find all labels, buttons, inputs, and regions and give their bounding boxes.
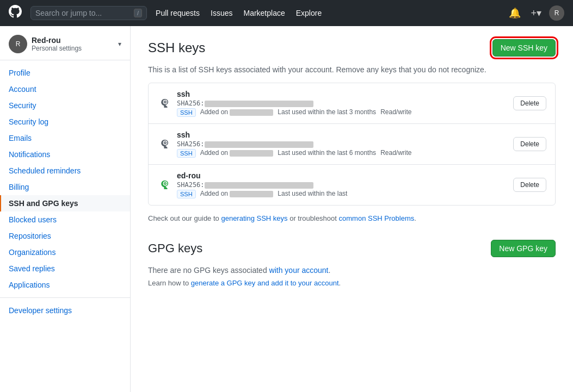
ssh-footer-text: Check out our guide to generating SSH ke… [148,214,556,222]
common-ssh-problems-link[interactable]: common SSH Problems [339,214,415,222]
ssh-key-meta-1: SSH Added on Last used within the last 3… [177,108,507,117]
github-logo[interactable] [9,5,22,21]
ssh-key-added-1: Added on [200,108,274,117]
sidebar-item-organizations[interactable]: Organizations [0,244,130,260]
gpg-learn-suffix: . [339,279,341,287]
ssh-key-meta-3: SSH Added on Last used within the last [177,190,507,198]
ssh-key-icon-1 [157,97,170,110]
sidebar-item-notifications[interactable]: Notifications [0,146,130,163]
sidebar-personal-settings-label: Personal settings [32,45,114,52]
ssh-info-text: This is a list of SSH keys associated wi… [148,65,556,74]
topnav-links: Pull requests Issues Marketplace Explore [156,9,498,17]
sidebar-item-account[interactable]: Account [0,81,130,97]
kbd-shortcut: / [134,9,142,17]
new-gpg-key-button[interactable]: New GPG key [491,240,556,257]
avatar[interactable]: R [549,5,564,21]
sidebar-user: R Red-rou Personal settings ▾ [0,30,130,60]
layout: R Red-rou Personal settings ▾ Profile Ac… [0,26,573,392]
gpg-learn-prefix: Learn how to [148,279,189,287]
ssh-key-fingerprint-3: SHA256: [177,181,507,189]
search-input[interactable] [35,9,131,17]
sidebar-username: Red-rou [32,36,114,45]
topnav-right: 🔔 +▾ R [507,5,564,21]
ssh-key-fingerprint-2: SHA256: [177,140,507,148]
search-box[interactable]: / [30,6,147,20]
ssh-key-added-2: Added on [200,149,274,158]
sidebar-item-profile[interactable]: Profile [0,65,130,81]
footer-text-prefix: Check out our guide to [148,214,219,222]
ssh-key-badge-3: SSH [177,190,196,198]
gpg-generate-link[interactable]: generate a GPG key and add it to your ac… [191,279,339,287]
ssh-keys-header: SSH keys New SSH key [148,39,556,57]
sidebar-item-scheduled-reminders[interactable]: Scheduled reminders [0,163,130,179]
ssh-key-access-2: Read/write [380,149,411,158]
ssh-key-badge-2: SSH [177,149,196,158]
ssh-key-name-3: ed-rou [177,171,507,180]
sidebar-item-blocked-users[interactable]: Blocked users [0,211,130,228]
sidebar-user-info: Red-rou Personal settings [32,36,114,52]
main-content: SSH keys New SSH key This is a list of S… [131,26,573,392]
ssh-key-info-1: ssh SHA256: SSH Added on Last used withi… [177,90,507,117]
sidebar-nav: Profile Account Security Security log Em… [0,65,130,319]
marketplace-link[interactable]: Marketplace [243,9,285,17]
ssh-key-access-1: Read/write [380,108,411,117]
ssh-key-info-3: ed-rou SHA256: SSH Added on Last used wi… [177,171,507,198]
ssh-key-item-2: ssh SHA256: SSH Added on Last used withi… [149,124,555,165]
ssh-key-lastused-3: Last used within the last [278,190,347,198]
issues-link[interactable]: Issues [211,9,232,17]
ssh-key-name-1: ssh [177,90,507,98]
sidebar-item-billing[interactable]: Billing [0,179,130,195]
ssh-key-lastused-2: Last used within the last 6 months [278,149,376,158]
sidebar-caret-icon: ▾ [118,40,121,48]
sidebar-item-security[interactable]: Security [0,97,130,114]
explore-link[interactable]: Explore [296,9,322,17]
ssh-key-name-2: ssh [177,130,507,139]
gpg-section-title: GPG keys [148,241,202,256]
sidebar-item-saved-replies[interactable]: Saved replies [0,260,130,277]
gpg-learn-text: Learn how to generate a GPG key and add … [148,279,556,287]
gpg-account-link[interactable]: with your account [269,266,329,275]
ssh-key-badge-1: SSH [177,108,196,117]
top-navigation: / Pull requests Issues Marketplace Explo… [0,0,573,26]
sidebar-item-applications[interactable]: Applications [0,277,130,293]
ssh-key-icon-2 [157,138,170,151]
generating-ssh-keys-link[interactable]: generating SSH keys [221,214,287,222]
ssh-key-meta-2: SSH Added on Last used within the last 6… [177,149,507,158]
sidebar-avatar: R [9,35,27,53]
page-title: SSH keys [148,40,205,55]
sidebar-item-emails[interactable]: Emails [0,130,130,146]
ssh-key-item-3: ed-rou SHA256: SSH Added on Last used wi… [149,165,555,205]
ssh-key-lastused-1: Last used within the last 3 months [278,108,376,117]
ssh-key-info-2: ssh SHA256: SSH Added on Last used withi… [177,130,507,158]
plus-icon[interactable]: +▾ [528,5,544,21]
gpg-keys-header: GPG keys New GPG key [148,240,556,257]
sidebar-divider [0,297,130,298]
sidebar-item-developer-settings[interactable]: Developer settings [0,302,130,319]
new-ssh-key-button[interactable]: New SSH key [492,39,556,57]
ssh-key-fingerprint-1: SHA256: [177,99,507,107]
sidebar: R Red-rou Personal settings ▾ Profile Ac… [0,26,131,392]
delete-ssh-key-2-button[interactable]: Delete [513,137,546,151]
ssh-key-icon-3 [157,178,170,191]
ssh-key-added-3: Added on [200,190,274,198]
ssh-keys-list: ssh SHA256: SSH Added on Last used withi… [148,83,556,206]
sidebar-item-ssh-gpg-keys[interactable]: SSH and GPG keys [0,195,130,211]
sidebar-item-security-log[interactable]: Security log [0,114,130,130]
gpg-empty-text: There are no GPG keys associated with yo… [148,266,556,275]
sidebar-item-repositories[interactable]: Repositories [0,228,130,244]
ssh-key-item-1: ssh SHA256: SSH Added on Last used withi… [149,83,555,124]
notification-icon[interactable]: 🔔 [507,5,523,21]
pull-requests-link[interactable]: Pull requests [156,9,200,17]
delete-ssh-key-1-button[interactable]: Delete [513,96,546,110]
delete-ssh-key-3-button[interactable]: Delete [513,178,546,192]
footer-text-middle: or troubleshoot [289,214,338,222]
